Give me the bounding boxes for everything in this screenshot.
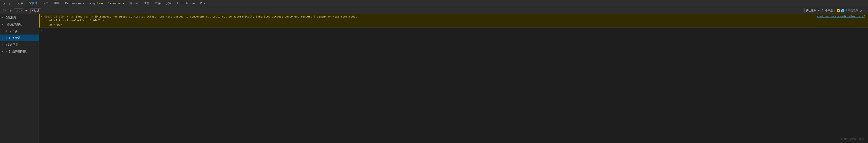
nav-icon-group: ⊟ ◱ <box>1 1 13 6</box>
console-output: ▶ 09:37:21.109 ▶ ⚠ [Vue warn]: Extraneou… <box>39 14 868 143</box>
log-warning-entry: ▶ 09:37:21.109 ▶ ⚠ [Vue warn]: Extraneou… <box>39 14 868 28</box>
issues-label: 1 个问题： <box>822 9 836 13</box>
clear-console-button[interactable]: 🚫 <box>1 8 7 14</box>
log-stack-trace: at <Attrs class="self-btn" id="" > at <A… <box>44 18 867 27</box>
tab-vue[interactable]: Vue <box>198 0 208 7</box>
sidebar-item-info[interactable]: ▶ ℹ 3条信息 <box>0 41 38 48</box>
sidebar-item-warnings[interactable]: ▶ ⚠ 1 条警告 <box>0 34 38 41</box>
log-message-text: [Vue warn]: Extraneous non-props attribu… <box>76 15 359 18</box>
info-icon: ℹ <box>6 43 7 47</box>
hidden-count-label: 5条已隐藏 <box>846 9 858 13</box>
sidebar-item-verbose[interactable]: ▶ ✎ 2 条详细消息 <box>0 48 38 55</box>
sidebar-item-no-errors[interactable]: ⊗ 无错误 <box>0 28 38 34</box>
tab-performance-insights[interactable]: Performance insights <box>63 0 105 7</box>
sidebar-item-label: 6条用户消息 <box>6 22 22 26</box>
log-source-link[interactable]: runtime-core.esm-bundler.js:40 <box>817 15 867 18</box>
filter-icon: ▼ <box>32 9 33 12</box>
filter-button[interactable]: ▼ 过滤 <box>30 8 41 13</box>
context-arrow-icon: ▾ <box>21 9 22 12</box>
tab-security[interactable]: 安全 <box>163 0 174 7</box>
log-entry-content: 09:37:21.109 ▶ ⚠ [Vue warn]: Extraneous … <box>43 14 868 27</box>
tab-sources[interactable]: 源代码 <box>127 0 141 7</box>
sidebar-item-user-messages[interactable]: ▶ 6条用户消息 <box>0 21 38 28</box>
log-expand-arrow[interactable]: ▶ <box>39 14 43 18</box>
sidebar-item-label: 6条消息 <box>6 16 16 20</box>
expand-icon: ▶ <box>2 23 4 26</box>
sidebar-item-all-messages[interactable]: ▶ 6条消息 <box>0 14 38 21</box>
stack-line-2: at <App> <box>49 23 867 27</box>
error-icon: ⊗ <box>6 29 7 33</box>
more-options-icon[interactable]: ⋮ <box>863 9 867 13</box>
sidebar-item-label: 无错误 <box>9 29 18 33</box>
watermark-text: CSDN @前端，老六 <box>841 137 864 141</box>
expand-icon: ▶ <box>2 50 4 53</box>
info-count-badge: 1 <box>841 9 844 13</box>
sidebar-item-label: 3条信息 <box>8 43 19 47</box>
main-layout: ▶ 6条消息 ▶ 6条用户消息 ⊗ 无错误 ▶ ⚠ 1 条警告 ▶ ℹ 3条信息… <box>0 14 868 143</box>
tab-elements[interactable]: 元素 <box>15 0 26 7</box>
info-badge-icon: 1 <box>841 9 844 13</box>
device-icon[interactable]: ◱ <box>7 1 13 6</box>
eye-icon-button[interactable]: 👁 <box>24 8 29 14</box>
console-prompt-arrow[interactable]: > <box>39 28 868 32</box>
warning-badge-icon: 1 <box>837 9 840 13</box>
log-separator: ▶ <box>67 15 69 18</box>
warning-triangle-icon: ⚠ <box>71 15 73 18</box>
context-label: top <box>15 9 20 12</box>
context-selector[interactable]: top ▾ <box>14 8 23 13</box>
tab-recorder[interactable]: Recorder <box>105 0 127 7</box>
dock-icon[interactable]: ⊟ <box>1 1 7 6</box>
expand-icon: ▶ <box>2 37 4 39</box>
settings-gear-icon[interactable]: ⚙ <box>860 9 862 13</box>
log-level-selector[interactable]: 默认级别 ▾ <box>804 8 820 13</box>
top-nav-bar: ⊟ ◱ 元素 控制台 应用 网络 Performance insights Re… <box>0 0 868 7</box>
sidebar: ▶ 6条消息 ▶ 6条用户消息 ⊗ 无错误 ▶ ⚠ 1 条警告 ▶ ℹ 3条信息… <box>0 14 39 143</box>
tab-lighthouse[interactable]: Lighthouse <box>175 0 197 7</box>
sidebar-item-label: 2 条详细消息 <box>9 50 27 54</box>
tab-application[interactable]: 应用 <box>40 0 51 7</box>
filter-label: 过滤 <box>34 9 39 13</box>
verbose-icon: ✎ <box>6 50 7 53</box>
tab-memory[interactable]: 内存 <box>152 0 163 7</box>
warning-icon: ⚠ <box>6 36 7 40</box>
log-timestamp: 09:37:21.109 <box>44 15 64 18</box>
recorder-warning-dot <box>123 3 124 4</box>
expand-icon: ▶ <box>2 16 4 19</box>
tab-console[interactable]: 控制台 <box>26 0 40 7</box>
expand-icon: ▶ <box>2 44 4 46</box>
issues-indicator: 1 个问题： 1 1 <box>822 9 844 13</box>
tab-performance[interactable]: 性能 <box>141 0 152 7</box>
sidebar-item-label: 1 条警告 <box>9 36 21 40</box>
warning-count-badge: 1 <box>837 9 840 13</box>
pause-on-exception-button[interactable]: ⊘ <box>8 8 13 14</box>
tab-network[interactable]: 网络 <box>52 0 62 7</box>
stack-line-1: at <Attrs class="self-btn" id="" > <box>49 18 867 23</box>
performance-insights-warning-dot <box>101 3 103 4</box>
console-toolbar: 🚫 ⊘ top ▾ 👁 ▼ 过滤 默认级别 ▾ 1 个问题： 1 1 <box>0 7 868 14</box>
toolbar-right-group: 默认级别 ▾ 1 个问题： 1 1 5条已隐藏 ⚙ ⋮ <box>804 8 867 13</box>
